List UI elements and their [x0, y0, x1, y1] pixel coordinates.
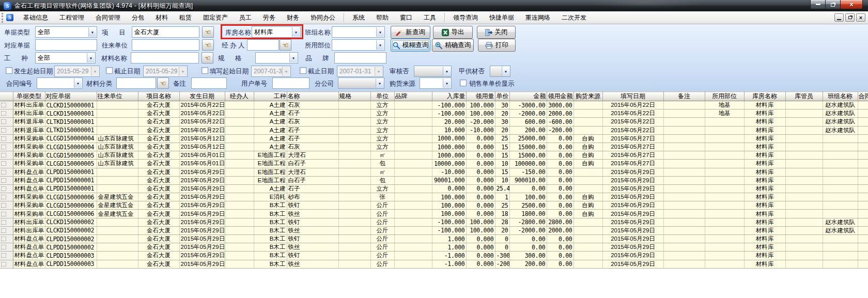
cell[interactable]: [225, 176, 254, 184]
cell[interactable]: 0.00: [547, 184, 574, 193]
cell[interactable]: [823, 134, 858, 143]
cell[interactable]: 0: [495, 243, 509, 252]
cell[interactable]: 砂布: [287, 193, 338, 201]
cell[interactable]: [663, 243, 705, 252]
cell[interactable]: [394, 252, 432, 260]
cell[interactable]: [338, 226, 370, 234]
cell[interactable]: 2015年05月22日: [602, 109, 663, 118]
cell[interactable]: 200.00: [509, 260, 547, 268]
cell[interactable]: [574, 168, 602, 176]
cell[interactable]: 20: [495, 226, 509, 234]
cell[interactable]: [785, 226, 823, 234]
owner-supplied-combo[interactable]: ▼: [490, 66, 510, 77]
cell[interactable]: 2015年05月29日: [602, 226, 663, 234]
cell[interactable]: CLPDD150000001: [45, 168, 97, 176]
cell[interactable]: 2015年05月27日: [602, 134, 663, 143]
cell[interactable]: [858, 260, 868, 268]
cell[interactable]: 2015年05月29日: [179, 243, 225, 252]
cell[interactable]: 材料库: [744, 243, 785, 252]
cell[interactable]: 材料出库单: [13, 218, 45, 226]
cell[interactable]: [705, 134, 744, 143]
cell[interactable]: [705, 243, 744, 252]
cell[interactable]: [663, 260, 705, 268]
table-row-9[interactable]: 材料盘点单CLPDD150000001金石大厦2015年05月29日E地面工程白…: [0, 176, 868, 184]
project-picker-button[interactable]: ☜: [202, 26, 214, 38]
cell[interactable]: [338, 184, 370, 193]
cell[interactable]: [225, 226, 254, 234]
cell[interactable]: 0.000: [466, 168, 495, 176]
supplier-picker-button[interactable]: ☜: [202, 39, 214, 51]
contract-no-dropdown-button[interactable]: ▼: [74, 79, 82, 88]
cell[interactable]: CLCGD150000006: [45, 201, 97, 210]
cell[interactable]: [705, 252, 744, 260]
cell[interactable]: [394, 151, 432, 160]
cell[interactable]: 0.000: [466, 260, 495, 268]
cell[interactable]: 2015年05月29日: [179, 193, 225, 201]
cell[interactable]: 200.00: [509, 126, 547, 134]
cell[interactable]: CLCGD150000005: [45, 160, 97, 168]
exact-query-button[interactable]: 精确查询: [432, 39, 474, 52]
cell[interactable]: [705, 193, 744, 201]
cell[interactable]: 金石大厦: [138, 260, 179, 268]
cell[interactable]: 15000.00: [509, 151, 547, 160]
cell[interactable]: 公斤: [370, 210, 394, 218]
cell[interactable]: 自购: [574, 134, 602, 143]
menu-item-6[interactable]: 固定资产: [197, 11, 234, 24]
cell[interactable]: 0.000: [466, 201, 495, 210]
cell[interactable]: CLTKD150000001: [45, 118, 97, 126]
cell[interactable]: [574, 218, 602, 226]
column-header-18[interactable]: 备注: [663, 92, 705, 101]
cell[interactable]: 金石大厦: [138, 176, 179, 184]
cell[interactable]: [225, 201, 254, 210]
cell[interactable]: 赵水建筑队: [823, 118, 858, 126]
cell[interactable]: [785, 168, 823, 176]
doc-type-combo[interactable]: 全部 ▼: [35, 26, 97, 38]
cell[interactable]: 2015年05月22日: [602, 101, 663, 109]
cell[interactable]: [394, 243, 432, 252]
cell[interactable]: [338, 143, 370, 151]
cell[interactable]: 地基: [705, 101, 744, 109]
cell[interactable]: -1.000: [432, 260, 466, 268]
cell[interactable]: 100.00: [509, 193, 547, 201]
cell[interactable]: [663, 109, 705, 118]
cell[interactable]: [394, 160, 432, 168]
cell[interactable]: [338, 252, 370, 260]
cell[interactable]: [858, 134, 868, 143]
cell[interactable]: [225, 118, 254, 126]
cell[interactable]: [574, 226, 602, 234]
cell[interactable]: 0.00: [547, 160, 574, 168]
cell[interactable]: [97, 168, 138, 176]
cell[interactable]: 大理石: [287, 151, 338, 160]
cell[interactable]: 立方: [370, 126, 394, 134]
cell[interactable]: [663, 101, 705, 109]
cell[interactable]: 1: [495, 193, 509, 201]
cell[interactable]: [785, 201, 823, 210]
cell[interactable]: [858, 168, 868, 176]
cell[interactable]: [338, 101, 370, 109]
cell[interactable]: CLCGD150000005: [45, 151, 97, 160]
mdi-close-button[interactable]: ×: [856, 13, 865, 22]
cell[interactable]: 金石大厦: [138, 193, 179, 201]
cell[interactable]: 10: [495, 176, 509, 184]
fill-end-dropdown-button[interactable]: ▼: [375, 67, 382, 76]
supplier-input[interactable]: [132, 39, 199, 51]
cell[interactable]: [338, 243, 370, 252]
cell[interactable]: 2015年05月29日: [602, 184, 663, 193]
cell[interactable]: B木工: [254, 201, 287, 210]
cell[interactable]: 300.00: [509, 252, 547, 260]
cell[interactable]: 1000.000: [432, 143, 466, 151]
menu-item-17[interactable]: 领导查询: [447, 11, 484, 24]
cell[interactable]: A土建: [254, 184, 287, 193]
cell[interactable]: [858, 109, 868, 118]
cell[interactable]: [394, 168, 432, 176]
position-combo[interactable]: ▼: [332, 39, 385, 51]
cell[interactable]: [97, 252, 138, 260]
cell[interactable]: 大理石: [287, 168, 338, 176]
cell[interactable]: 自购: [574, 210, 602, 218]
cell[interactable]: 公斤: [370, 226, 394, 234]
cell[interactable]: [97, 235, 138, 243]
cell[interactable]: [705, 218, 744, 226]
cell[interactable]: 铁钉: [287, 235, 338, 243]
cell[interactable]: 2015年05月29日: [179, 218, 225, 226]
cell[interactable]: 石灰: [287, 118, 338, 126]
